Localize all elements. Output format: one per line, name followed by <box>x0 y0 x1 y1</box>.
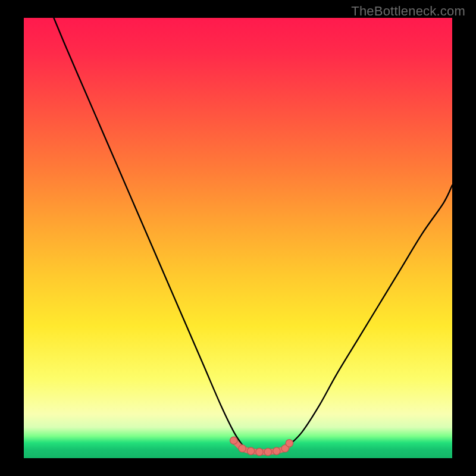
plot-area <box>24 18 452 458</box>
basin-marker <box>239 445 246 452</box>
basin-marker <box>230 437 237 444</box>
curve-layer <box>24 18 452 458</box>
basin-marker <box>256 448 263 455</box>
curve-right <box>289 185 452 445</box>
basin-marker <box>247 447 254 455</box>
basin-marker <box>273 447 280 455</box>
watermark-text: TheBottleneck.com <box>351 4 465 19</box>
chart-frame: TheBottleneck.com <box>0 0 476 476</box>
curve-left <box>54 18 242 445</box>
basin-marker <box>286 440 293 447</box>
basin-marker <box>264 448 271 455</box>
